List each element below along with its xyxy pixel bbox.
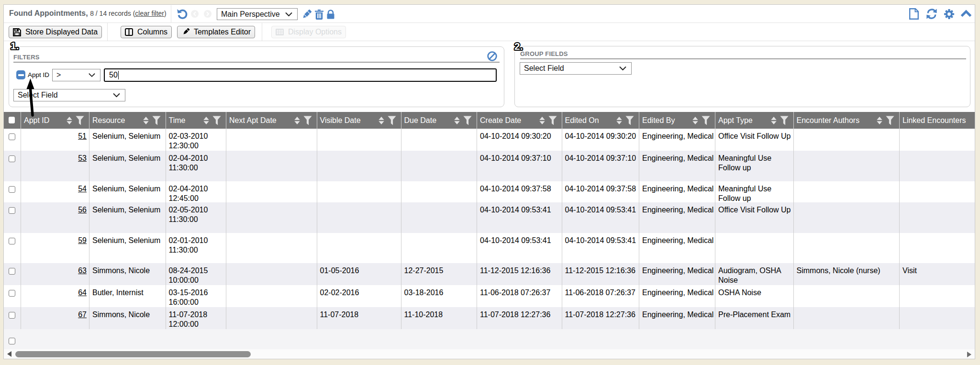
svg-text:2.: 2. — [514, 41, 523, 52]
svg-text:1.: 1. — [11, 40, 19, 51]
